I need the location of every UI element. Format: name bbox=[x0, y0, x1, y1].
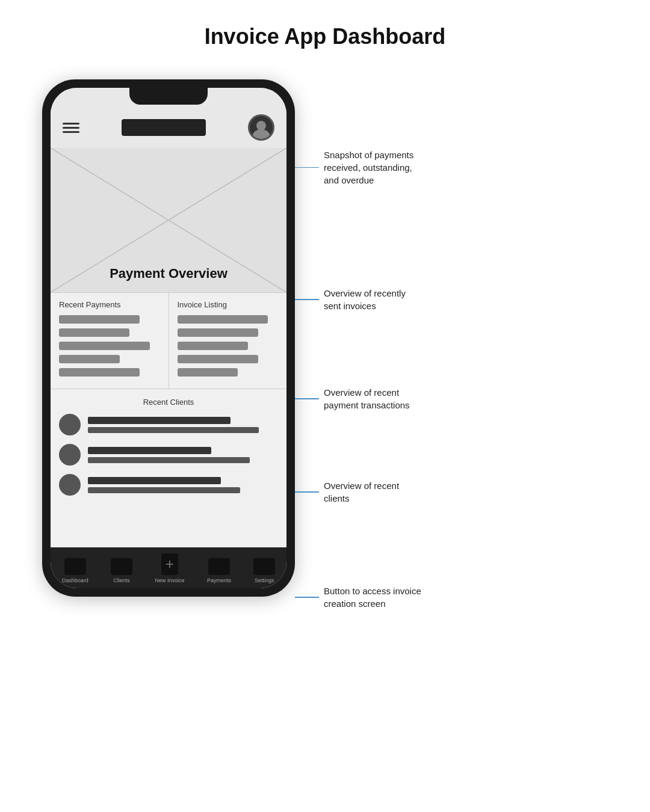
client-line bbox=[88, 477, 221, 484]
annotation-text-payment-overview: Snapshot of paymentsreceived, outstandin… bbox=[324, 149, 413, 186]
placeholder-bar bbox=[178, 328, 258, 337]
placeholder-bar bbox=[59, 315, 140, 324]
bottom-nav: Dashboard Clients New Invoice Payments S… bbox=[51, 547, 286, 588]
placeholder-bar bbox=[59, 355, 120, 363]
annotation-text-recent-clients: Overview of recentclients bbox=[324, 479, 399, 505]
payment-overview-section: Payment Overview bbox=[51, 148, 286, 292]
client-row bbox=[59, 474, 278, 496]
client-lines bbox=[88, 417, 278, 433]
two-col-section: Recent Payments Invoice Listing bbox=[51, 292, 286, 389]
nav-item-dashboard[interactable]: Dashboard bbox=[62, 558, 88, 583]
client-avatar bbox=[59, 414, 81, 435]
annotation-text-new-invoice: Button to access invoicecreation screen bbox=[324, 585, 421, 610]
main-layout: Payment Overview Recent Payments Invoice… bbox=[24, 79, 626, 597]
annotation-new-invoice: Button to access invoicecreation screen bbox=[295, 585, 421, 610]
nav-label-dashboard: Dashboard bbox=[62, 577, 88, 583]
annotation-line bbox=[295, 491, 319, 493]
phone-screen: Payment Overview Recent Payments Invoice… bbox=[51, 88, 286, 588]
nav-item-payments[interactable]: Payments bbox=[207, 558, 231, 583]
header-title-bar bbox=[122, 119, 206, 136]
phone-frame: Payment Overview Recent Payments Invoice… bbox=[42, 79, 295, 597]
client-lines bbox=[88, 447, 278, 463]
payments-icon bbox=[208, 558, 230, 575]
client-line bbox=[88, 447, 211, 454]
annotation-payment-overview: Snapshot of paymentsreceived, outstandin… bbox=[295, 149, 413, 186]
recent-clients-header: Recent Clients bbox=[59, 398, 278, 407]
client-lines bbox=[88, 477, 278, 493]
annotation-invoice-listing: Overview of recentlysent invoices bbox=[295, 287, 406, 312]
recent-payments-header: Recent Payments bbox=[59, 300, 160, 309]
annotation-line bbox=[295, 398, 319, 399]
nav-item-clients[interactable]: Clients bbox=[111, 558, 132, 583]
invoice-listing-col: Invoice Listing bbox=[169, 293, 287, 389]
settings-icon bbox=[253, 558, 275, 575]
nav-label-clients: Clients bbox=[113, 577, 130, 583]
payment-overview-label: Payment Overview bbox=[51, 266, 286, 281]
client-row bbox=[59, 414, 278, 435]
placeholder-bar bbox=[178, 355, 258, 363]
annotation-recent-payments: Overview of recentpayment transactions bbox=[295, 386, 410, 411]
annotation-text-invoice-listing: Overview of recentlysent invoices bbox=[324, 287, 406, 312]
placeholder-bar bbox=[178, 368, 238, 377]
clients-icon bbox=[111, 558, 132, 575]
placeholder-bar bbox=[59, 342, 150, 350]
recent-clients-section: Recent Clients bbox=[51, 389, 286, 512]
invoice-listing-header: Invoice Listing bbox=[178, 300, 279, 309]
nav-item-settings[interactable]: Settings bbox=[253, 558, 275, 583]
client-line bbox=[88, 427, 259, 433]
nav-label-settings: Settings bbox=[255, 577, 274, 583]
nav-label-payments: Payments bbox=[207, 577, 231, 583]
placeholder-bar bbox=[59, 368, 140, 377]
new-invoice-icon bbox=[161, 553, 178, 575]
placeholder-bar bbox=[178, 315, 268, 324]
nav-item-new-invoice[interactable]: New Invoice bbox=[155, 553, 184, 583]
dashboard-icon bbox=[64, 558, 86, 575]
hamburger-icon[interactable] bbox=[63, 123, 79, 133]
annotation-line bbox=[295, 299, 319, 300]
client-avatar bbox=[59, 474, 81, 496]
client-line bbox=[88, 487, 240, 493]
nav-label-new-invoice: New Invoice bbox=[155, 577, 184, 583]
client-line bbox=[88, 417, 231, 424]
client-line bbox=[88, 457, 250, 463]
recent-payments-col: Recent Payments bbox=[51, 293, 169, 389]
annotation-text-recent-payments: Overview of recentpayment transactions bbox=[324, 386, 410, 411]
phone-notch bbox=[129, 88, 208, 105]
client-row bbox=[59, 444, 278, 466]
placeholder-bar bbox=[59, 328, 129, 337]
annotation-line bbox=[295, 167, 319, 168]
placeholder-bar bbox=[178, 342, 248, 350]
page-title: Invoice App Dashboard bbox=[205, 24, 446, 49]
annotation-recent-clients: Overview of recentclients bbox=[295, 479, 399, 505]
client-avatar bbox=[59, 444, 81, 466]
annotation-line bbox=[295, 597, 319, 598]
annotations-col: Snapshot of paymentsreceived, outstandin… bbox=[295, 79, 626, 115]
avatar-icon[interactable] bbox=[248, 114, 274, 141]
